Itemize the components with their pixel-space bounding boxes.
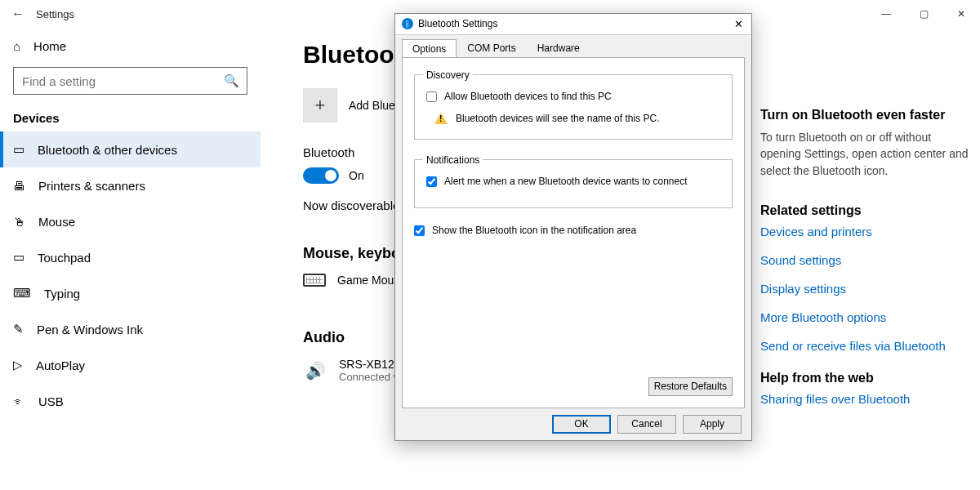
sidebar-section-label: Devices: [0, 106, 261, 131]
warning-icon: [434, 113, 448, 124]
notifications-group: Notifications Alert me when a new Blueto…: [414, 154, 733, 208]
discovery-group: Discovery Allow Bluetooth devices to fin…: [414, 69, 733, 140]
add-device-button[interactable]: +: [303, 88, 337, 122]
related-settings-title: Related settings: [760, 203, 973, 218]
home-icon: ⌂: [13, 39, 20, 53]
autoplay-icon: ▷: [13, 358, 23, 372]
window-title: Settings: [36, 8, 74, 20]
show-tray-icon-input[interactable]: [414, 225, 425, 236]
printer-icon: 🖶: [13, 179, 25, 193]
ok-button[interactable]: OK: [552, 415, 611, 434]
restore-defaults-button[interactable]: Restore Defaults: [648, 377, 733, 396]
dialog-titlebar[interactable]: ᛒ Bluetooth Settings ✕: [395, 14, 751, 34]
sidebar-item-label: USB: [38, 394, 64, 408]
search-icon: 🔍: [224, 74, 239, 88]
bluetooth-settings-dialog: ᛒ Bluetooth Settings ✕ Options COM Ports…: [394, 13, 752, 441]
link-more-bluetooth[interactable]: More Bluetooth options: [760, 310, 973, 324]
sidebar-home-label: Home: [33, 39, 66, 53]
sidebar-item-autoplay[interactable]: ▷ AutoPlay: [0, 347, 261, 383]
tip-body: To turn Bluetooth on or off without open…: [760, 129, 973, 179]
sidebar-home[interactable]: ⌂ Home: [0, 28, 261, 64]
bluetooth-icon: ᛒ: [402, 18, 413, 29]
sidebar-item-label: Printers & scanners: [38, 179, 145, 193]
tab-options[interactable]: Options: [402, 39, 457, 58]
sidebar-item-label: Bluetooth & other devices: [38, 143, 177, 157]
cancel-button[interactable]: Cancel: [617, 415, 676, 434]
apply-button[interactable]: Apply: [683, 415, 742, 434]
link-send-receive-bt[interactable]: Send or receive files via Bluetooth: [760, 339, 973, 353]
sidebar-item-bluetooth[interactable]: ▭ Bluetooth & other devices: [0, 131, 261, 167]
sidebar-item-label: Pen & Windows Ink: [37, 323, 143, 336]
link-sharing-files-bt[interactable]: Sharing files over Bluetooth: [760, 392, 973, 406]
sidebar-item-usb[interactable]: ᯤ USB: [0, 383, 261, 419]
discovery-warning-text: Bluetooth devices will see the name of t…: [456, 113, 659, 124]
right-panel: Turn on Bluetooth even faster To turn Bl…: [760, 34, 973, 490]
show-tray-icon-label: Show the Bluetooth icon in the notificat…: [432, 225, 636, 236]
touchpad-icon: ▭: [13, 250, 24, 265]
allow-discovery-checkbox[interactable]: Allow Bluetooth devices to find this PC: [423, 89, 724, 105]
sidebar: ⌂ Home 🔍 Devices ▭ Bluetooth & other dev…: [0, 28, 274, 490]
link-display-settings[interactable]: Display settings: [760, 282, 973, 296]
notifications-legend: Notifications: [423, 154, 483, 166]
allow-discovery-input[interactable]: [426, 91, 437, 102]
sidebar-item-printers[interactable]: 🖶 Printers & scanners: [0, 167, 261, 203]
link-sound-settings[interactable]: Sound settings: [760, 253, 973, 267]
minimize-button[interactable]: —: [867, 1, 905, 27]
sidebar-item-label: Typing: [44, 287, 80, 301]
bluetooth-toggle-state: On: [349, 169, 364, 182]
show-tray-icon-checkbox[interactable]: Show the Bluetooth icon in the notificat…: [411, 223, 733, 238]
alert-connect-input[interactable]: [426, 176, 437, 187]
mouse-icon: 🖱: [13, 215, 25, 229]
alert-connect-checkbox[interactable]: Alert me when a new Bluetooth device wan…: [423, 174, 724, 189]
discovery-legend: Discovery: [423, 69, 473, 81]
search-input[interactable]: [13, 67, 247, 95]
search-box[interactable]: 🔍: [13, 67, 247, 95]
dialog-title: Bluetooth Settings: [418, 18, 497, 29]
sidebar-item-label: AutoPlay: [36, 359, 85, 372]
sidebar-item-typing[interactable]: ⌨ Typing: [0, 275, 261, 311]
sidebar-item-pen[interactable]: ✎ Pen & Windows Ink: [0, 311, 261, 347]
sidebar-item-mouse[interactable]: 🖱 Mouse: [0, 203, 261, 239]
sidebar-item-touchpad[interactable]: ▭ Touchpad: [0, 239, 261, 275]
help-title: Help from the web: [760, 371, 973, 385]
back-button[interactable]: ←: [0, 7, 36, 21]
alert-connect-label: Alert me when a new Bluetooth device wan…: [444, 176, 688, 187]
allow-discovery-label: Allow Bluetooth devices to find this PC: [444, 91, 612, 102]
usb-icon: ᯤ: [13, 394, 25, 408]
speaker-icon: 🔊: [303, 361, 327, 381]
dialog-close-button[interactable]: ✕: [730, 18, 746, 30]
tab-panel-options: Discovery Allow Bluetooth devices to fin…: [402, 57, 745, 408]
bluetooth-icon: ▭: [13, 142, 24, 157]
tip-title: Turn on Bluetooth even faster: [760, 108, 973, 122]
pen-icon: ✎: [13, 322, 24, 336]
dialog-footer: OK Cancel Apply: [395, 408, 751, 440]
bluetooth-toggle[interactable]: [303, 167, 339, 184]
dialog-tabs: Options COM Ports Hardware: [402, 38, 745, 57]
tab-hardware[interactable]: Hardware: [527, 38, 590, 57]
link-devices-printers[interactable]: Devices and printers: [760, 225, 973, 238]
keyboard-device-icon: [303, 274, 326, 287]
close-window-button[interactable]: ✕: [942, 1, 980, 27]
sidebar-item-label: Touchpad: [38, 251, 91, 265]
sidebar-item-label: Mouse: [38, 215, 75, 229]
maximize-button[interactable]: ▢: [905, 1, 942, 27]
tab-com-ports[interactable]: COM Ports: [457, 38, 526, 57]
keyboard-icon: ⌨: [13, 286, 31, 301]
